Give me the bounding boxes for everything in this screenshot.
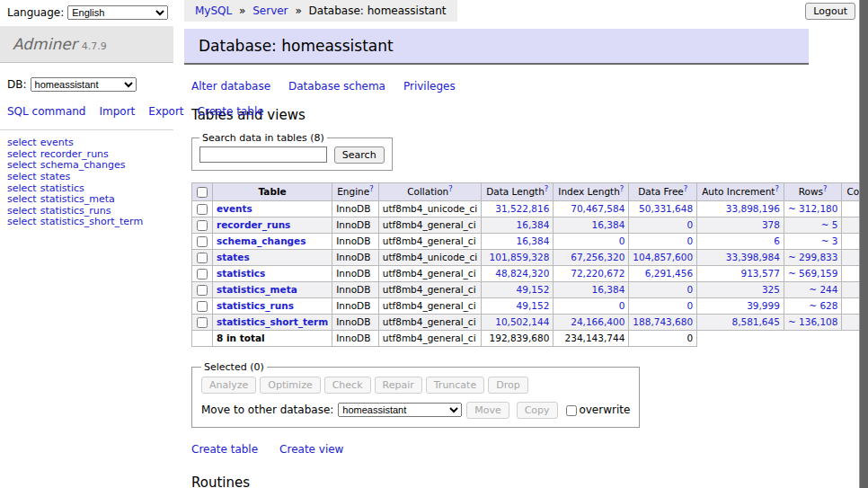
sidebar-select-link[interactable]: select bbox=[7, 182, 37, 194]
table-name-link[interactable]: statistics_meta bbox=[217, 284, 297, 295]
data-length-cell[interactable]: 16,384 bbox=[482, 217, 554, 234]
data-length-cell[interactable]: 31,522,816 bbox=[482, 201, 554, 217]
search-input[interactable] bbox=[199, 146, 327, 163]
sidebar-table-link[interactable]: events bbox=[40, 137, 74, 148]
link-create-table[interactable]: Create table bbox=[191, 443, 258, 456]
auto-increment-cell[interactable]: 33,398,984 bbox=[697, 250, 784, 266]
rows-count-cell[interactable]: ~ 628 bbox=[784, 298, 842, 315]
rows-count-cell[interactable]: ~ 5 bbox=[784, 217, 842, 234]
data-length-cell[interactable]: 101,859,328 bbox=[482, 250, 554, 266]
row-checkbox[interactable] bbox=[197, 204, 208, 215]
auto-increment-cell[interactable]: 378 bbox=[697, 217, 784, 234]
breadcrumb-server-link[interactable]: Server bbox=[252, 4, 288, 17]
column-help-link[interactable]: ? bbox=[448, 184, 453, 193]
table-name-link[interactable]: statistics bbox=[217, 268, 265, 279]
data-length-cell[interactable]: 10,502,144 bbox=[482, 315, 554, 331]
index-length-cell[interactable]: 16,384 bbox=[554, 217, 629, 234]
sidebar-select-link[interactable]: select bbox=[7, 148, 37, 160]
db-link-database-schema[interactable]: Database schema bbox=[288, 80, 385, 93]
sidebar-select-link[interactable]: select bbox=[7, 171, 37, 182]
row-checkbox[interactable] bbox=[197, 269, 208, 279]
logout-button[interactable]: Logout bbox=[805, 3, 855, 20]
move-database-select[interactable]: homeassistant bbox=[338, 403, 462, 417]
index-length-cell[interactable]: 72,220,672 bbox=[554, 266, 629, 282]
copy-button[interactable]: Copy bbox=[517, 402, 558, 419]
data-length-cell[interactable]: 16,384 bbox=[482, 234, 554, 250]
sidebar-table-link[interactable]: statistics_runs bbox=[40, 205, 111, 217]
sidebar-select-link[interactable]: select bbox=[7, 205, 37, 217]
table-name-link[interactable]: recorder_runs bbox=[217, 219, 290, 230]
index-length-cell[interactable]: 0 bbox=[554, 298, 629, 315]
row-checkbox[interactable] bbox=[197, 220, 208, 231]
table-name-link[interactable]: statistics_short_term bbox=[217, 316, 328, 327]
sidebar-table-link[interactable]: schema_changes bbox=[40, 159, 126, 171]
rows-count-cell[interactable]: ~ 3 bbox=[784, 234, 842, 250]
index-length-cell[interactable]: 0 bbox=[554, 234, 629, 250]
rows-count-cell[interactable]: ~ 136,108 bbox=[784, 315, 842, 331]
language-select[interactable]: English bbox=[67, 5, 168, 20]
row-checkbox[interactable] bbox=[197, 253, 208, 263]
repair-button[interactable]: Repair bbox=[375, 377, 422, 394]
index-length-cell[interactable]: 24,166,400 bbox=[554, 315, 629, 331]
link-create-view[interactable]: Create view bbox=[279, 443, 343, 456]
auto-increment-cell[interactable]: 33,898,196 bbox=[697, 201, 784, 217]
sidebar-select-link[interactable]: select bbox=[7, 216, 37, 227]
sidebar-select-link[interactable]: select bbox=[7, 193, 37, 205]
sidebar-link-create-table[interactable]: Create table bbox=[198, 105, 264, 118]
optimize-button[interactable]: Optimize bbox=[260, 377, 320, 394]
vertical-scrollbar[interactable] bbox=[859, 0, 868, 488]
sidebar-table-link[interactable]: statistics_meta bbox=[40, 193, 115, 205]
row-checkbox[interactable] bbox=[197, 285, 208, 296]
table-name-link[interactable]: states bbox=[217, 252, 250, 262]
auto-increment-cell[interactable]: 8,581,645 bbox=[697, 315, 784, 331]
move-button[interactable]: Move bbox=[466, 402, 509, 419]
index-length-cell[interactable]: 16,384 bbox=[554, 282, 629, 298]
sidebar-select-link[interactable]: select bbox=[7, 137, 37, 148]
data-length-cell[interactable]: 49,152 bbox=[482, 282, 554, 298]
drop-button[interactable]: Drop bbox=[488, 377, 527, 394]
sidebar-table-link[interactable]: statistics bbox=[40, 182, 84, 194]
select-all-checkbox[interactable] bbox=[197, 187, 208, 198]
auto-increment-cell[interactable]: 325 bbox=[697, 282, 784, 298]
row-checkbox[interactable] bbox=[197, 236, 208, 247]
data-length-cell[interactable]: 48,824,320 bbox=[482, 266, 554, 282]
sidebar-link-sql-command[interactable]: SQL command bbox=[7, 105, 85, 118]
analyze-button[interactable]: Analyze bbox=[201, 377, 256, 394]
rows-count-cell[interactable]: ~ 244 bbox=[784, 282, 842, 298]
breadcrumb-mysql-link[interactable]: MySQL bbox=[195, 4, 232, 17]
app-name[interactable]: Adminer bbox=[13, 35, 77, 53]
rows-count-cell[interactable]: ~ 569,159 bbox=[784, 266, 842, 282]
table-name-link[interactable]: statistics_runs bbox=[217, 300, 294, 311]
overwrite-checkbox[interactable] bbox=[566, 405, 577, 416]
search-button[interactable]: Search bbox=[334, 146, 385, 164]
index-length-cell[interactable]: 67,256,320 bbox=[554, 250, 629, 266]
table-name-link[interactable]: schema_changes bbox=[217, 235, 306, 246]
auto-increment-cell[interactable]: 6 bbox=[697, 234, 784, 250]
data-length-cell[interactable]: 49,152 bbox=[482, 298, 554, 315]
sidebar-select-link[interactable]: select bbox=[7, 159, 37, 171]
index-length-cell[interactable]: 70,467,584 bbox=[554, 201, 629, 217]
column-help-link[interactable]: ? bbox=[823, 184, 828, 193]
column-help-link[interactable]: ? bbox=[684, 184, 688, 193]
db-link-alter-database[interactable]: Alter database bbox=[191, 80, 270, 93]
sidebar-link-export[interactable]: Export bbox=[148, 105, 183, 118]
column-help-link[interactable]: ? bbox=[620, 184, 624, 193]
rows-count-cell[interactable]: ~ 312,180 bbox=[784, 201, 842, 217]
sidebar-table-link[interactable]: states bbox=[40, 171, 71, 182]
row-checkbox[interactable] bbox=[197, 301, 208, 312]
sidebar-table-link[interactable]: statistics_short_term bbox=[40, 216, 143, 227]
db-select[interactable]: homeassistant bbox=[31, 77, 137, 92]
db-link-privileges[interactable]: Privileges bbox=[403, 80, 456, 93]
auto-increment-cell[interactable]: 913,577 bbox=[697, 266, 784, 282]
sidebar-table-link[interactable]: recorder_runs bbox=[40, 148, 109, 160]
table-name-link[interactable]: events bbox=[217, 203, 252, 214]
rows-count-cell[interactable]: ~ 299,833 bbox=[784, 250, 842, 266]
column-help-link[interactable]: ? bbox=[369, 184, 374, 193]
truncate-button[interactable]: Truncate bbox=[426, 377, 484, 394]
sidebar-link-import[interactable]: Import bbox=[99, 105, 135, 118]
column-help-link[interactable]: ? bbox=[545, 184, 549, 193]
column-help-link[interactable]: ? bbox=[775, 184, 779, 193]
row-checkbox[interactable] bbox=[197, 317, 208, 328]
check-button[interactable]: Check bbox=[324, 377, 371, 394]
auto-increment-cell[interactable]: 39,999 bbox=[697, 298, 784, 315]
